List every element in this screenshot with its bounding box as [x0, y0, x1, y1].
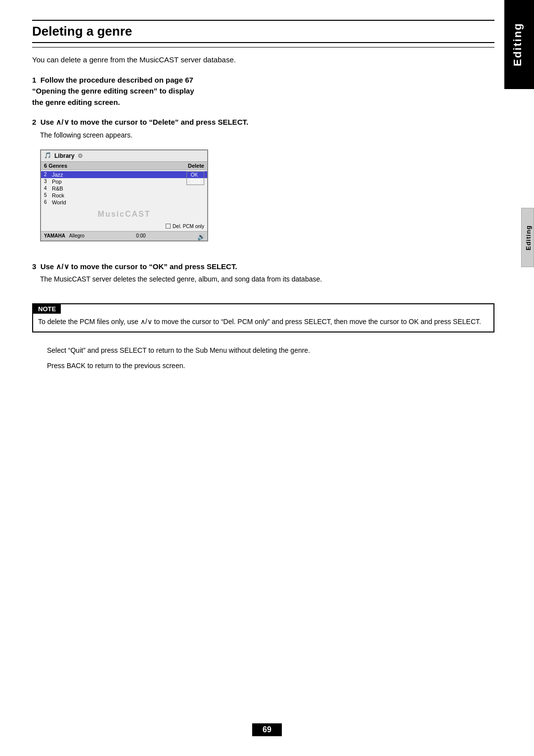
sub-note-1: Select “Quit” and press SELECT to return…	[47, 345, 494, 356]
step-2-heading: 2 Use ∧/∨ to move the cursor to “Delete”…	[32, 117, 494, 128]
intro-text: You can delete a genre from the MusicCAS…	[32, 54, 494, 66]
screen-row-2: 4 R&B	[41, 185, 207, 192]
step-3-heading: 3 Use ∧/∨ to move the cursor to “OK” and…	[32, 261, 494, 273]
screen-speaker-icon: 🔊	[197, 233, 204, 239]
screen-checkbox-row: Del. PCM only	[41, 223, 207, 230]
screen-header-row: 6 Genres Delete	[41, 162, 207, 170]
screen-brand: YAMAHA	[44, 233, 65, 238]
page-number: 69	[252, 723, 282, 736]
note-content: To delete the PCM files only, use ∧/∨ to…	[33, 317, 493, 331]
sub-note-2: Press BACK to return to the previous scr…	[47, 361, 494, 372]
screen-track: Allegro	[69, 233, 85, 238]
screen-list: 2 Jazz OK Quit 3 Pop 4 R&B	[41, 170, 207, 231]
editing-tab-side: Editing	[521, 208, 534, 267]
screen-library-icon: 🎵	[44, 152, 51, 160]
screen-top-bar: 🎵 Library ⚙	[41, 150, 207, 162]
step-2: 2 Use ∧/∨ to move the cursor to “Delete”…	[32, 117, 494, 252]
screen-row-4: 6 World	[41, 199, 207, 206]
section-divider	[32, 47, 494, 47]
page-title: Deleting a genre	[32, 20, 494, 43]
screen-mockup-container: 🎵 Library ⚙ 6 Genres Delete 2 Jazz	[40, 149, 208, 241]
screen-library-label: Library	[54, 152, 75, 159]
step-2-body: The following screen appears.	[40, 130, 494, 141]
step-2-number: 2	[32, 118, 36, 126]
screen-checkbox-label: Del. PCM only	[173, 224, 204, 229]
editing-tab-top: Editing	[504, 0, 534, 89]
screen-header-left: 6 Genres	[44, 163, 67, 169]
screen-row-1: 3 Pop	[41, 178, 207, 185]
step-1-heading: 1 Follow the procedure described on page…	[32, 75, 494, 108]
screen-checkbox	[166, 224, 171, 229]
sub-note-1-text: Select “Quit” and press SELECT to return…	[47, 346, 310, 354]
note-label: NOTE	[33, 304, 61, 314]
screen-watermark: MusicCAST	[41, 206, 207, 223]
screen-settings-icon: ⚙	[78, 152, 85, 159]
sub-note-2-text: Press BACK to return to the previous scr…	[47, 362, 185, 370]
step-1-text: Follow the procedure described on page 6…	[32, 76, 194, 106]
step-1-number: 1	[32, 76, 36, 84]
screen-row-3: 5 Rock	[41, 192, 207, 199]
menu-ok: OK	[187, 172, 204, 178]
screen-header-right: Delete	[188, 163, 204, 169]
note-text: To delete the PCM files only, use ∧/∨ to…	[38, 318, 481, 326]
screen-bottom-bar: YAMAHA Allegro 0:00 🔊	[41, 231, 207, 240]
step-1: 1 Follow the procedure described on page…	[32, 75, 494, 108]
screen-time: 0:00	[136, 233, 145, 238]
screen-mockup: 🎵 Library ⚙ 6 Genres Delete 2 Jazz	[40, 149, 208, 241]
step-3: 3 Use ∧/∨ to move the cursor to “OK” and…	[32, 261, 494, 285]
step-3-body: The MusicCAST server deletes the selecte…	[40, 274, 494, 284]
note-box: NOTE To delete the PCM files only, use ∧…	[32, 303, 494, 332]
screen-row-0: 2 Jazz OK Quit	[41, 171, 207, 178]
step-3-number: 3	[32, 262, 36, 271]
